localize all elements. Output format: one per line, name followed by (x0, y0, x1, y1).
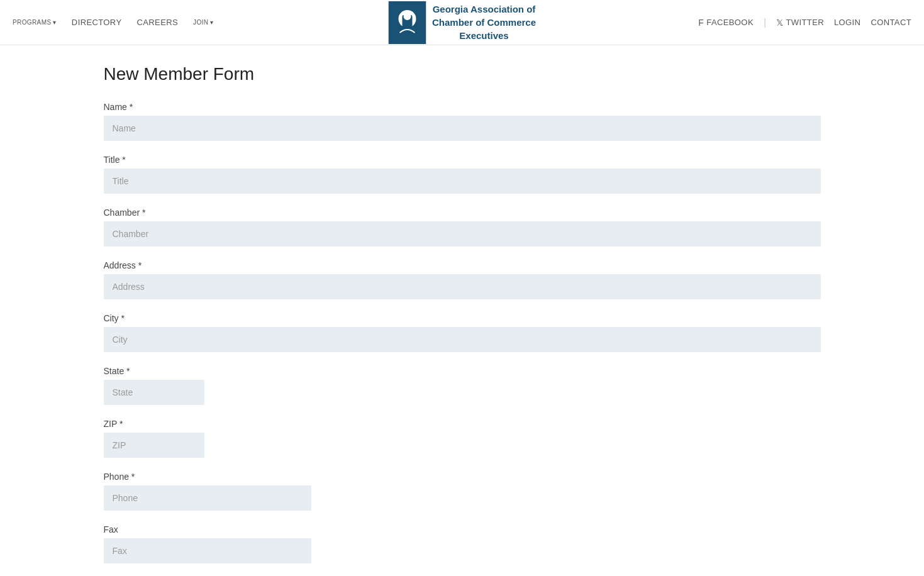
programs-nav-item[interactable]: PROGRAMS ▾ (13, 19, 57, 26)
logo-text: Georgia Association of Chamber of Commer… (432, 3, 536, 42)
logo[interactable]: Georgia Association of Chamber of Commer… (388, 1, 536, 44)
chevron-down-icon: ▾ (53, 19, 56, 26)
header: PROGRAMS ▾ DIRECTORY CAREERS JOIN ▾ Geor… (0, 0, 924, 45)
contact-nav-item[interactable]: CONTACT (871, 18, 911, 27)
fax-input[interactable] (104, 538, 311, 563)
join-nav-item[interactable]: JOIN ▾ (193, 19, 214, 26)
name-field-group: Name * (104, 102, 821, 141)
chamber-field-group: Chamber * (104, 208, 821, 246)
address-field-group: Address * (104, 260, 821, 299)
facebook-icon: f (698, 18, 704, 28)
city-input[interactable] (104, 327, 821, 352)
facebook-label: FACEBOOK (706, 18, 754, 27)
twitter-nav-item[interactable]: 𝕏 TWITTER (776, 18, 824, 28)
new-member-form: Name * Title * Chamber * Address * City … (104, 102, 821, 563)
title-field-group: Title * (104, 155, 821, 194)
address-label: Address * (104, 260, 821, 270)
chevron-down-icon: ▾ (210, 19, 213, 26)
zip-label: ZIP * (104, 419, 821, 429)
main-content: New Member Form Name * Title * Chamber *… (91, 45, 833, 576)
nav-left: PROGRAMS ▾ DIRECTORY CAREERS JOIN ▾ (13, 18, 214, 27)
title-input[interactable] (104, 169, 821, 194)
logo-icon (388, 1, 426, 44)
city-label: City * (104, 313, 821, 323)
programs-label: PROGRAMS (13, 19, 51, 26)
city-field-group: City * (104, 313, 821, 352)
chamber-label: Chamber * (104, 208, 821, 218)
page-title: New Member Form (104, 64, 821, 84)
state-input[interactable] (104, 380, 204, 405)
fax-label: Fax (104, 524, 821, 534)
phone-label: Phone * (104, 472, 821, 482)
join-label: JOIN (193, 19, 208, 26)
facebook-nav-item[interactable]: f FACEBOOK (698, 18, 754, 28)
nav-right: f FACEBOOK | 𝕏 TWITTER LOGIN CONTACT (698, 17, 911, 28)
zip-input[interactable] (104, 433, 204, 458)
nav-divider: | (764, 17, 766, 28)
login-nav-item[interactable]: LOGIN (834, 18, 860, 27)
zip-field-group: ZIP * (104, 419, 821, 458)
careers-nav-item[interactable]: CAREERS (136, 18, 178, 27)
svg-point-3 (403, 13, 411, 20)
state-field-group: State * (104, 366, 821, 405)
twitter-label: TWITTER (786, 18, 824, 27)
title-label: Title * (104, 155, 821, 165)
state-label: State * (104, 366, 821, 376)
phone-input[interactable] (104, 485, 311, 511)
name-label: Name * (104, 102, 821, 112)
address-input[interactable] (104, 274, 821, 299)
phone-field-group: Phone * (104, 472, 821, 511)
name-input[interactable] (104, 116, 821, 141)
directory-nav-item[interactable]: DIRECTORY (72, 18, 122, 27)
chamber-input[interactable] (104, 221, 821, 246)
twitter-icon: 𝕏 (776, 18, 783, 28)
fax-field-group: Fax (104, 524, 821, 563)
